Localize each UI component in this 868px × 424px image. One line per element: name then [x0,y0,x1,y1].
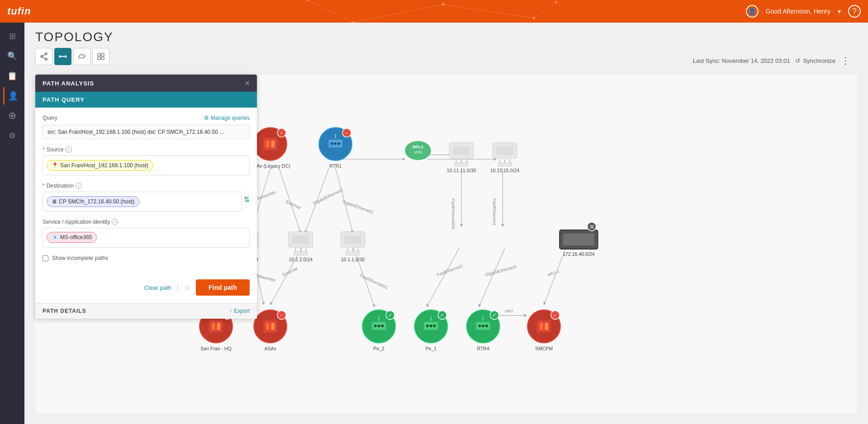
svg-point-160 [433,325,436,327]
svg-rect-142 [266,323,270,330]
svg-rect-176 [537,320,551,333]
source-info-icon[interactable]: i [66,146,72,153]
sync-area: Last Sync: November 14, 2022 03:01 ↺ Syn… [693,55,850,66]
svg-rect-19 [101,53,104,56]
svg-text:eth2: eth2 [505,308,513,313]
manage-queries-text[interactable]: Manage queries [211,115,250,121]
dest-icon: 🖥 [52,198,57,205]
svg-rect-183 [563,233,594,245]
svg-point-11 [41,56,43,57]
top-navigation: tufin 👤 Good Afternoon, Henry ▾ ? [0,0,868,23]
svg-point-78 [331,142,333,145]
svg-rect-178 [545,323,548,330]
panel-title: PATH ANALYSIS [43,80,94,87]
sidebar-item-integrations[interactable]: ⊕ [3,107,21,125]
show-incomplete-row: Show incomplete paths [43,255,250,261]
dest-required-star: * [43,183,45,189]
svg-text:↕: ↕ [430,315,433,322]
svg-text:−: − [280,130,283,136]
svg-line-2 [443,5,534,18]
sidebar-item-reports[interactable]: 📋 [3,67,21,85]
destination-tag-field[interactable]: 🖥 CP SMC/h_172.16.40.50 (host) [43,192,242,212]
sync-label: Synchronize [803,57,835,64]
find-path-button[interactable]: Find path [196,279,250,296]
node-mpls: MPLS VPN [405,141,431,160]
greeting-text[interactable]: Good Afternoon, Henry [766,8,830,15]
user-avatar[interactable]: 👤 [746,5,759,18]
export-icon: ↑ [229,308,232,314]
svg-rect-21 [101,57,104,60]
svg-text:Pe_1: Pe_1 [426,346,437,351]
panel-close-button[interactable]: × [245,79,250,87]
panel-body: Query ⚙ Manage queries * Source i [35,108,257,276]
source-tag-field[interactable]: 📍 San Fran/Host_192.168.1.100 (host) [43,155,250,175]
path-analysis-button[interactable] [54,48,71,65]
path-details-title: PATH DETAILS [43,308,86,314]
share-topology-button[interactable] [35,48,52,65]
svg-text:−: − [280,312,283,318]
main-content: TOPOLOGY Last Sync: November 14, 2022 03… [24,23,868,424]
dropdown-arrow[interactable]: ▾ [838,8,841,15]
location-icon: 📍 [52,162,58,169]
svg-point-80 [337,142,340,145]
sidebar-item-users[interactable]: 👤 [3,87,21,105]
service-tag-field[interactable]: 📧 MS-office365 [43,228,250,248]
more-options-button[interactable]: ⋮ [841,55,850,66]
svg-text:10.2.2.0/24: 10.2.2.0/24 [289,257,313,262]
sidebar-item-search[interactable]: 🔍 [3,47,21,65]
page-title: TOPOLOGY [35,30,114,44]
svg-point-167 [479,325,481,327]
show-incomplete-checkbox[interactable] [43,255,48,261]
svg-rect-20 [98,57,100,60]
svg-point-8 [555,1,558,4]
service-tag: 📧 MS-office365 [47,232,97,243]
panel-subheader: PATH QUERY [35,92,257,108]
sidebar-item-settings[interactable]: ⚙ [3,127,21,145]
svg-text:10.11.11.0/30: 10.11.11.0/30 [447,168,476,173]
svg-text:10.1.1.0/30: 10.1.1.0/30 [341,257,365,262]
destination-info-icon[interactable]: i [76,183,82,189]
show-incomplete-label[interactable]: Show incomplete paths [52,255,108,261]
svg-text:RTR1: RTR1 [329,163,342,169]
svg-point-169 [485,325,488,327]
source-tag-text: San Fran/Host_192.168.1.100 (host) [60,162,148,169]
svg-line-12 [43,54,45,56]
svg-rect-177 [540,323,543,330]
page-header: TOPOLOGY [24,23,868,48]
export-button[interactable]: ↑ Export [229,308,250,314]
export-label: Export [234,308,250,314]
synchronize-button[interactable]: ↺ Synchronize [795,57,835,64]
source-label-text: Source [47,146,64,153]
svg-line-0 [308,0,353,23]
service-info-icon[interactable]: i [112,219,118,225]
sidebar-item-dashboard[interactable]: ⊞ [3,27,21,45]
manage-queries-link[interactable]: ⚙ Manage queries [204,115,250,121]
svg-point-14 [59,56,62,58]
svg-rect-100 [498,163,512,166]
svg-rect-118 [292,235,309,244]
svg-text:RTR4: RTR4 [477,346,489,351]
svg-point-4 [306,0,309,1]
svg-text:Pe_2: Pe_2 [373,346,384,351]
svg-point-6 [442,3,445,6]
svg-text:↕: ↕ [482,315,485,322]
svg-rect-89 [453,146,470,155]
help-button[interactable]: ? [848,5,861,18]
group-view-button[interactable] [92,48,109,65]
svg-text:10.15.15.0/24: 10.15.15.0/24 [490,168,520,173]
settings-icon: ⚙ [204,115,209,121]
svg-text:VPN: VPN [414,150,422,155]
svg-point-150 [378,325,380,327]
cloud-view-button[interactable] [73,48,90,65]
svg-text:⊞: ⊞ [590,224,594,229]
query-row: Query ⚙ Manage queries [43,115,250,121]
svg-text:San Fran - HQ: San Fran - HQ [200,346,232,351]
svg-text:↕: ↕ [377,315,380,322]
swap-source-dest-button[interactable]: ⇅ [244,192,250,207]
query-input[interactable] [43,125,250,139]
clear-path-button[interactable]: Clear path [144,284,171,291]
svg-point-159 [430,325,432,327]
svg-text:✓: ✓ [440,312,445,318]
destination-field-row: * Destination i 🖥 CP SMC/h_172.16.40.50 … [43,183,250,212]
favorite-button[interactable]: ☆ [184,283,190,292]
